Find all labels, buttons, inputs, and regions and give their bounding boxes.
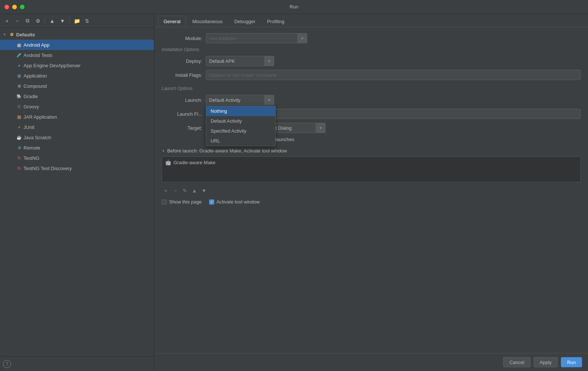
tree-root-defaults[interactable]: ▼ ⚙ Defaults: [0, 29, 154, 40]
before-launch-remove-button[interactable]: −: [171, 187, 179, 195]
apply-button[interactable]: Apply: [534, 357, 558, 367]
sort-button[interactable]: ⇅: [83, 17, 91, 25]
sidebar-item-gradle[interactable]: 🐘 Gradle: [0, 91, 154, 101]
maximize-button[interactable]: [20, 4, 25, 9]
sidebar-item-junit[interactable]: ✓ JUnit: [0, 122, 154, 132]
launch-label: Launch:: [162, 97, 202, 103]
sep1: [45, 18, 45, 24]
android-app-icon: 🤖: [16, 42, 22, 48]
settings-button[interactable]: ⚙: [34, 17, 42, 25]
junit-icon: ✓: [16, 124, 22, 130]
gradle-aware-icon: 🤖: [165, 159, 171, 165]
sidebar: + − ⧉ ⚙ ▲ ▼ 📁 ⇅ ▼ ⚙ Defaults 🤖 Android: [0, 14, 154, 371]
sidebar-item-testng[interactable]: N TestNG: [0, 153, 154, 163]
sep2: [69, 18, 70, 24]
sidebar-item-remote[interactable]: 🖥 Remote: [0, 143, 154, 153]
app-engine-icon: ●: [16, 62, 22, 68]
close-button[interactable]: [4, 4, 9, 9]
window-title: Run: [290, 4, 298, 10]
testng-icon: N: [16, 155, 22, 161]
launch-dropdown-button[interactable]: ▼: [265, 95, 274, 105]
sidebar-item-java-scratch[interactable]: ☕ Java Scratch: [0, 132, 154, 143]
launch-flags-label: Launch Fl...: [162, 111, 202, 117]
remove-button[interactable]: −: [13, 17, 21, 25]
launch-selected-value: Default Activity: [209, 97, 240, 103]
before-launch-list: 🤖 Gradle-aware Make: [162, 156, 581, 182]
launch-option-url[interactable]: URL: [206, 136, 275, 146]
run-button[interactable]: Run: [561, 357, 582, 367]
before-launch-add-button[interactable]: +: [162, 187, 170, 195]
add-button[interactable]: +: [3, 17, 11, 25]
help-button[interactable]: ?: [3, 360, 11, 368]
sidebar-item-application[interactable]: ▦ Application: [0, 71, 154, 81]
launch-wrapper: Default Activity ▼ Nothing Default Activ…: [206, 95, 274, 105]
sidebar-tree: ▼ ⚙ Defaults 🤖 Android App 🧪 Android Tes…: [0, 28, 154, 356]
form-content: Module: <no module> ▼ Installation Optio…: [154, 27, 588, 353]
tab-bar: General Miscellaneous Debugger Profiling: [154, 14, 588, 27]
java-scratch-icon: ☕: [16, 134, 22, 140]
tab-debugger[interactable]: Debugger: [229, 16, 261, 27]
module-display: <no module>: [206, 33, 298, 43]
launch-select-display[interactable]: Default Activity: [206, 95, 265, 105]
traffic-lights: [4, 4, 25, 9]
folder-button[interactable]: 📁: [73, 17, 81, 25]
target-label: Target:: [162, 125, 202, 131]
sidebar-item-android-app[interactable]: 🤖 Android App: [0, 40, 154, 50]
sidebar-item-testng-discovery[interactable]: N TestNG Test Discovery: [0, 163, 154, 173]
groovy-icon: G: [16, 104, 22, 109]
minimize-button[interactable]: [12, 4, 17, 9]
sidebar-item-compound[interactable]: ⊞ Compound: [0, 81, 154, 91]
sidebar-item-app-engine[interactable]: ● App Engine DevAppServer: [0, 60, 154, 71]
move-down-button[interactable]: ▼: [58, 17, 67, 25]
installation-options-title: Installation Options: [162, 47, 581, 52]
cancel-button[interactable]: Cancel: [503, 357, 530, 367]
before-launch-header: ▼ Before launch: Gradle-aware Make, Acti…: [162, 148, 581, 154]
launch-dropdown-menu: Nothing Default Activity Specified Activ…: [206, 106, 276, 146]
activate-window-checkbox[interactable]: [209, 199, 214, 205]
launch-option-specified-activity[interactable]: Specified Activity: [206, 126, 275, 136]
sidebar-bottom: ?: [0, 356, 154, 371]
move-up-button[interactable]: ▲: [48, 17, 56, 25]
deploy-dropdown-button[interactable]: ▼: [265, 56, 274, 66]
show-page-item: Show this page: [162, 199, 202, 205]
install-flags-label: Install Flags:: [162, 72, 202, 78]
sidebar-item-jar-application[interactable]: ▤ JAR Application: [0, 112, 154, 122]
compound-icon: ⊞: [16, 83, 22, 89]
content-area: General Miscellaneous Debugger Profiling…: [154, 14, 588, 371]
target-dropdown-button[interactable]: ▼: [316, 123, 326, 133]
deploy-display: Default APK: [206, 56, 265, 66]
install-flags-input[interactable]: [206, 70, 581, 80]
launch-options-section: Launch Options Launch: Default Activity …: [162, 86, 581, 142]
installation-options-section: Installation Options Deploy: Default APK…: [162, 47, 581, 80]
tab-profiling[interactable]: Profiling: [262, 16, 290, 27]
sidebar-item-android-tests[interactable]: 🧪 Android Tests: [0, 50, 154, 60]
jar-icon: ▤: [16, 114, 22, 120]
gradle-aware-label: Gradle-aware Make: [173, 160, 215, 165]
tab-general[interactable]: General: [158, 16, 186, 27]
deploy-wrapper: Default APK ▼: [206, 56, 274, 66]
root-icon: ⚙: [9, 32, 15, 37]
application-icon: ▦: [16, 73, 22, 79]
sidebar-item-groovy[interactable]: G Groovy: [0, 101, 154, 112]
launch-option-default-activity[interactable]: Default Activity: [206, 116, 275, 126]
testng-discovery-icon: N: [16, 165, 22, 171]
deploy-label: Deploy:: [162, 58, 202, 64]
module-label: Module:: [162, 36, 202, 41]
remote-icon: 🖥: [16, 145, 22, 151]
launch-option-nothing[interactable]: Nothing: [206, 106, 275, 116]
before-launch-move-down-button[interactable]: ▼: [200, 187, 208, 195]
show-page-checkbox[interactable]: [162, 199, 167, 205]
launch-row: Launch: Default Activity ▼ Nothing Defau…: [162, 95, 581, 105]
module-dropdown-button[interactable]: ▼: [298, 33, 307, 43]
bottom-bar: Cancel Apply Run: [154, 353, 588, 371]
android-tests-icon: 🧪: [16, 52, 22, 58]
before-launch-edit-button[interactable]: ✎: [181, 187, 189, 195]
before-launch-move-up-button[interactable]: ▲: [190, 187, 198, 195]
sidebar-toolbar: + − ⧉ ⚙ ▲ ▼ 📁 ⇅: [0, 14, 154, 28]
copy-button[interactable]: ⧉: [24, 17, 32, 25]
tab-miscellaneous[interactable]: Miscellaneous: [187, 16, 228, 27]
activate-window-item: Activate tool window: [209, 199, 260, 205]
title-bar: Run: [0, 0, 588, 14]
before-launch-item-gradle: 🤖 Gradle-aware Make: [164, 158, 579, 166]
activate-window-label: Activate tool window: [216, 199, 260, 205]
